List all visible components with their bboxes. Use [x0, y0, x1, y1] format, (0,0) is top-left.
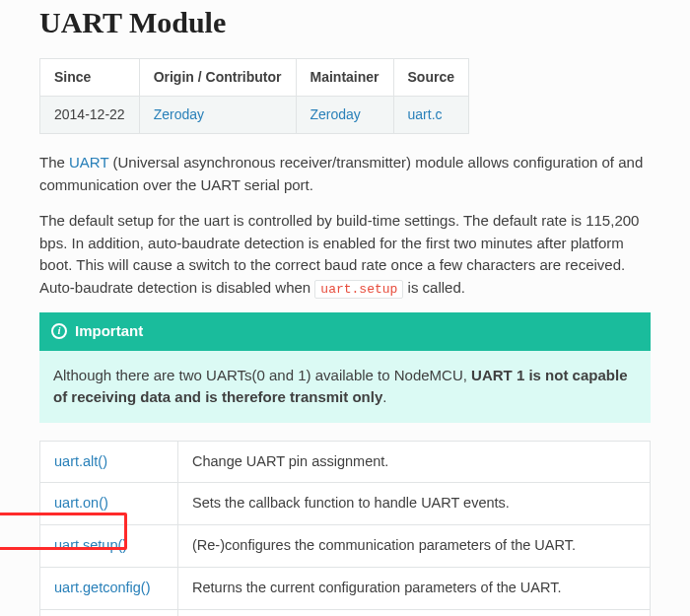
default-setup-paragraph: The default setup for the uart is contro…	[39, 210, 651, 299]
api-link-uart-alt[interactable]: uart.alt()	[54, 453, 107, 469]
meta-th-since: Since	[40, 59, 140, 97]
code-uart-setup: uart.setup	[314, 280, 403, 299]
meta-since: 2014-12-22	[40, 97, 140, 134]
api-fn-cell: uart.alt()	[40, 441, 178, 483]
api-link-uart-on[interactable]: uart.on()	[54, 495, 108, 511]
intro-paragraph: The UART (Universal asynchronous receive…	[39, 152, 651, 196]
api-desc-cell: Returns the current configuration parame…	[178, 567, 651, 609]
admonition-body: Although there are two UARTs(0 and 1) av…	[39, 351, 651, 423]
meta-header: Since Origin / Contributor Maintainer So…	[40, 59, 469, 97]
api-desc-cell: Write string or byte to the UART.	[178, 609, 651, 616]
table-row: uart.setup() (Re-)configures the communi…	[40, 525, 651, 568]
api-fn-cell: uart.write()	[40, 609, 178, 616]
meta-th-source: Source	[393, 59, 468, 97]
admonition-title: Important	[39, 312, 651, 351]
api-desc-cell: (Re-)configures the communication parame…	[178, 525, 651, 568]
api-fn-cell: uart.on()	[40, 483, 178, 525]
meta-row: 2014-12-22 Zeroday Zeroday uart.c	[40, 97, 469, 134]
intro-post: (Universal asynchronous receiver/transmi…	[39, 154, 643, 193]
api-desc-cell: Sets the callback function to handle UAR…	[178, 483, 651, 525]
maintainer-link[interactable]: Zeroday	[310, 106, 361, 122]
table-row: uart.write() Write string or byte to the…	[40, 609, 651, 616]
api-desc-cell: Change UART pin assignment.	[178, 441, 651, 483]
api-fn-cell: uart.getconfig()	[40, 567, 178, 609]
adm-body-pre: Although there are two UARTs(0 and 1) av…	[53, 367, 471, 383]
table-row: uart.alt() Change UART pin assignment.	[40, 441, 651, 483]
source-link[interactable]: uart.c	[408, 106, 443, 122]
uart-link[interactable]: UART	[69, 154, 108, 171]
module-meta-table: Since Origin / Contributor Maintainer So…	[39, 58, 469, 134]
important-admonition: Important Although there are two UARTs(0…	[39, 312, 651, 423]
doc-content: UART Module Since Origin / Contributor M…	[0, 0, 690, 616]
meta-th-origin: Origin / Contributor	[139, 59, 296, 97]
table-row: uart.on() Sets the callback function to …	[40, 483, 651, 525]
info-icon	[51, 323, 67, 339]
meta-origin: Zeroday	[139, 97, 296, 134]
api-link-uart-getconfig[interactable]: uart.getconfig()	[54, 580, 151, 595]
api-fn-cell: uart.setup()	[40, 525, 178, 568]
page-title: UART Module	[39, 0, 651, 44]
meta-maintainer: Zeroday	[296, 97, 393, 134]
api-table: uart.alt() Change UART pin assignment. u…	[39, 441, 651, 617]
origin-link[interactable]: Zeroday	[154, 106, 204, 122]
table-row: uart.getconfig() Returns the current con…	[40, 567, 651, 609]
meta-th-maintainer: Maintainer	[296, 59, 393, 97]
meta-source: uart.c	[393, 97, 468, 134]
adm-body-post: .	[382, 388, 386, 405]
admonition-title-text: Important	[75, 320, 143, 343]
p2-post: is called.	[403, 279, 465, 296]
intro-pre: The	[39, 154, 69, 171]
api-link-uart-setup[interactable]: uart.setup()	[54, 537, 127, 553]
